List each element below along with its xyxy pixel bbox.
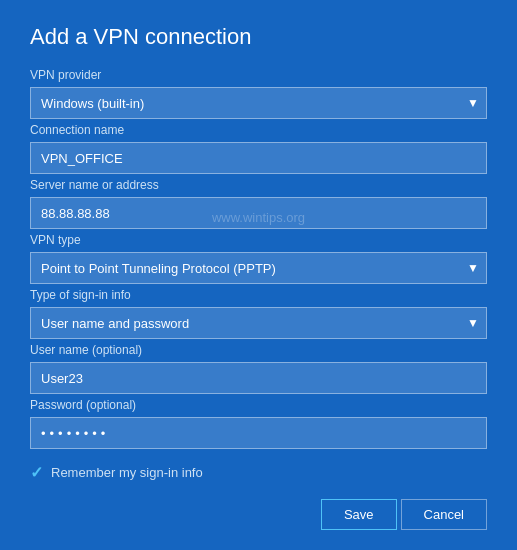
username-group: User name (optional) [30,343,487,394]
vpn-provider-label: VPN provider [30,68,487,82]
connection-name-input[interactable] [30,142,487,174]
vpn-provider-select[interactable]: Windows (built-in) [30,87,487,119]
username-input[interactable] [30,362,487,394]
sign-in-group: Type of sign-in info User name and passw… [30,288,487,339]
password-wrapper [30,417,487,449]
connection-name-label: Connection name [30,123,487,137]
remember-label: Remember my sign-in info [51,465,203,480]
vpn-provider-group: VPN provider Windows (built-in) ▼ [30,68,487,119]
vpn-type-label: VPN type [30,233,487,247]
cancel-button[interactable]: Cancel [401,499,487,530]
password-label: Password (optional) [30,398,487,412]
connection-name-group: Connection name [30,123,487,174]
remember-row[interactable]: ✓ Remember my sign-in info [30,463,487,482]
connection-name-wrapper [30,142,487,174]
sign-in-select-wrapper: User name and password ▼ [30,307,487,339]
dialog-title: Add a VPN connection [30,24,487,50]
username-wrapper [30,362,487,394]
server-wrapper [30,197,487,229]
vpn-type-select-wrapper: Point to Point Tunneling Protocol (PPTP)… [30,252,487,284]
password-group: Password (optional) [30,398,487,449]
server-label: Server name or address [30,178,487,192]
server-group: Server name or address [30,178,487,229]
username-label: User name (optional) [30,343,487,357]
sign-in-select[interactable]: User name and password [30,307,487,339]
sign-in-label: Type of sign-in info [30,288,487,302]
vpn-type-group: VPN type Point to Point Tunneling Protoc… [30,233,487,284]
vpn-provider-select-wrapper: Windows (built-in) ▼ [30,87,487,119]
button-row: Save Cancel [321,499,487,530]
server-input[interactable] [30,197,487,229]
remember-checkmark-icon: ✓ [30,463,43,482]
password-input[interactable] [30,417,487,449]
vpn-dialog: Add a VPN connection VPN provider Window… [0,0,517,550]
vpn-type-select[interactable]: Point to Point Tunneling Protocol (PPTP) [30,252,487,284]
save-button[interactable]: Save [321,499,397,530]
fields-area: VPN provider Windows (built-in) ▼ Connec… [30,68,487,530]
